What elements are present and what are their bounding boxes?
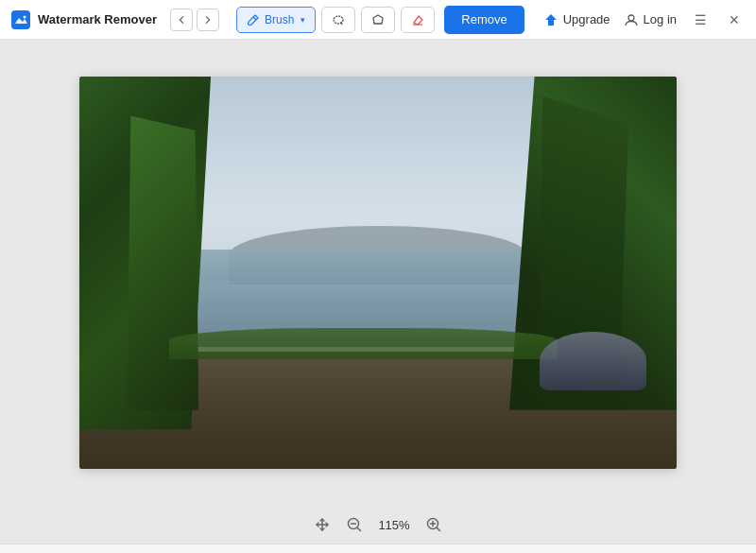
- tree-right-2-layer: [533, 96, 628, 372]
- svg-line-8: [357, 527, 361, 531]
- user-icon: [624, 12, 639, 27]
- zoom-in-icon[interactable]: [423, 514, 444, 535]
- bush-right-layer: [540, 332, 647, 390]
- nav-forward-button[interactable]: [197, 9, 219, 31]
- photo: [79, 77, 677, 469]
- eraser-tool-button[interactable]: [401, 7, 435, 33]
- bottombar: New Image Crop Download: [0, 544, 756, 553]
- svg-line-2: [253, 17, 256, 20]
- polygon-tool-button[interactable]: [361, 7, 395, 33]
- eraser-icon: [411, 13, 424, 26]
- nav-back-button[interactable]: [170, 9, 193, 31]
- tools-group: Brush ▾: [236, 6, 524, 34]
- app-logo-icon: [11, 10, 30, 29]
- upgrade-icon: [543, 12, 558, 27]
- brush-tool-label: Brush: [265, 13, 294, 26]
- titlebar-left: Watermark Remover Brush ▾: [11, 6, 524, 34]
- lasso-icon: [332, 13, 345, 26]
- grass-mid-layer: [169, 328, 558, 359]
- pan-icon[interactable]: [312, 514, 333, 535]
- remove-button[interactable]: Remove: [444, 6, 524, 34]
- zoom-bar: 115%: [0, 506, 756, 544]
- lasso-tool-button[interactable]: [321, 7, 355, 33]
- svg-line-12: [437, 527, 440, 531]
- svg-point-1: [24, 15, 26, 18]
- zoom-out-icon[interactable]: [344, 514, 365, 535]
- brush-icon: [247, 13, 260, 26]
- close-button[interactable]: ✕: [724, 9, 745, 30]
- app-title: Watermark Remover: [38, 12, 157, 26]
- menu-button[interactable]: ☰: [690, 9, 711, 30]
- brush-dropdown-arrow: ▾: [301, 15, 305, 25]
- login-button[interactable]: Log in: [624, 12, 677, 27]
- polygon-icon: [371, 13, 385, 26]
- upgrade-button[interactable]: Upgrade: [543, 12, 610, 27]
- main-canvas-area: [0, 40, 756, 506]
- zoom-level: 115%: [376, 518, 412, 532]
- titlebar: Watermark Remover Brush ▾: [0, 0, 756, 40]
- nav-buttons: [170, 9, 219, 31]
- image-canvas[interactable]: [79, 77, 677, 469]
- svg-point-5: [628, 15, 634, 21]
- titlebar-right: Upgrade Log in ☰ ✕: [543, 9, 745, 30]
- brush-tool-button[interactable]: Brush ▾: [236, 7, 316, 33]
- tree-left-2-layer: [128, 116, 199, 410]
